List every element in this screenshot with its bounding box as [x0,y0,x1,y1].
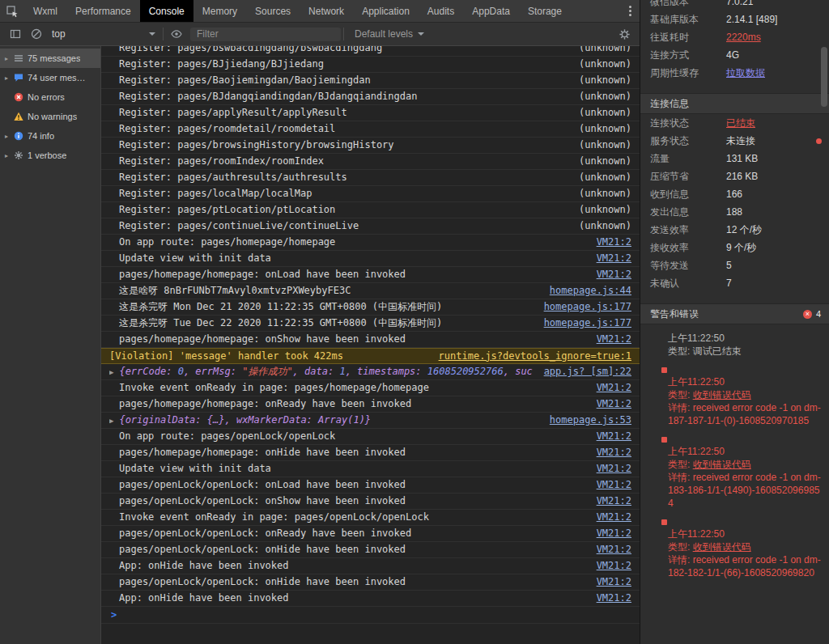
source-link[interactable]: VM21:2 [597,267,631,282]
source-link[interactable]: homepage.js:53 [550,413,631,428]
stat-label: 发送效率 [650,223,726,237]
tab-application[interactable]: Application [353,0,419,22]
context-label: top [52,28,66,40]
console-log-row: Update view with init dataVM21:2 [101,461,640,477]
tab-network[interactable]: Network [300,0,353,22]
live-expression-eye-icon[interactable] [166,24,187,44]
console-log-row: Register: pages/roomIndex/roomIndex(unkn… [101,154,640,170]
tab-memory[interactable]: Memory [193,0,246,22]
tab-wxml[interactable]: Wxml [24,0,66,22]
console-log-row: Register: pages/localMap/localMap(unknow… [101,186,640,202]
warnings-errors-header: 警告和错误 4 [640,303,829,324]
source-link[interactable]: homepage.js:177 [544,316,631,331]
source-link[interactable]: VM21:2 [597,429,631,444]
source-link[interactable]: homepage.js:44 [550,283,631,299]
sidebar-item-verbose[interactable]: ▸1 verbose [0,146,100,165]
stat-label: 微信版本 [650,0,726,9]
tab-appdata[interactable]: AppData [463,0,519,22]
devtools-window: WxmlPerformanceConsoleMemorySourcesNetwo… [0,0,829,644]
sidebar-item-messages[interactable]: ▸75 messages [0,49,100,68]
source-link[interactable]: homepage.js:177 [544,299,631,315]
tab-audits[interactable]: Audits [419,0,463,22]
source-link[interactable]: VM21:2 [597,461,631,477]
inspect-element-icon[interactable] [0,0,24,22]
source-link[interactable]: VM21:2 [597,526,631,541]
source-link[interactable]: VM21:2 [597,396,631,412]
source-link[interactable]: VM21:2 [597,494,631,509]
tab-storage[interactable]: Storage [519,0,571,22]
source-link[interactable]: VM21:2 [597,445,631,460]
error-entry: 上午11:22:50类型: 收到错误代码详情: received error c… [668,445,823,510]
stat-label: 服务状态 [650,134,726,148]
log-message: pages/homepage/homepage: onShow have bee… [119,332,585,347]
entry-type: 类型: 收到错误代码 [668,540,823,553]
log-levels-dropdown[interactable]: Default levels [355,28,424,40]
stat-label: 收到信息 [650,188,726,201]
log-message: Invoke event onReady in page: pages/home… [119,380,585,396]
console-log-row: On app route: pages/openLock/openLockVM2… [101,429,640,445]
clear-console-icon[interactable] [26,24,47,44]
console-log-row: pages/openLock/openLock: onHide have bee… [101,574,640,591]
disclosure-arrow-icon[interactable]: ▸ [3,152,10,159]
expand-arrow-icon[interactable]: ▶ [109,365,113,380]
tab-sources[interactable]: Sources [246,0,300,22]
tab-performance[interactable]: Performance [66,0,140,22]
log-message: Register: pages/Baojiemingdan/Baojieming… [119,73,568,88]
tab-console[interactable]: Console [140,0,193,22]
console-log-row: Invoke event onReady in page: pages/home… [101,380,640,396]
entry-detail: 详情: received error code -1 on dm-187-187… [668,401,823,427]
error-dot-icon [661,437,667,443]
sidebar-item-info[interactable]: ▸74 info [0,126,100,146]
execution-context-selector[interactable]: top [47,28,160,40]
filter-input[interactable] [190,28,341,41]
source-link[interactable]: runtime.js?devtools_ignore=true:1 [439,349,631,364]
console-input-row[interactable]: > [101,607,640,624]
source-link[interactable]: app.js? [sm]:22 [544,364,631,379]
stat-row: 压缩节省216 KB [640,167,829,185]
stat-value-link[interactable]: 拉取数据 [726,66,765,80]
sidebar-item-label: No errors [28,92,65,102]
stat-label: 流量 [650,152,726,166]
sidebar-item-user-messages[interactable]: ▸74 user mes… [0,68,100,87]
settings-gear-icon[interactable] [614,24,635,44]
source-link[interactable]: VM21:2 [597,251,631,266]
sidebar-item-label: No warnings [28,112,77,121]
source-link[interactable]: VM21:2 [597,542,631,557]
entry-detail: 详情: received error code -1 on dm-182-182… [668,553,823,579]
log-message: ▶{originalData: {…}, wxMarkerData: Array… [109,413,538,429]
console-sidebar-toggle-icon[interactable] [5,24,26,44]
source-link[interactable]: VM21:2 [597,558,631,574]
source-link[interactable]: VM21:2 [597,332,631,347]
console-log-row: pages/homepage/homepage: onLoad have bee… [101,267,640,283]
console-log-row: pages/homepage/homepage: onShow have bee… [101,332,640,348]
log-message: Update view with init data [119,461,585,477]
disclosure-arrow-icon[interactable]: ▸ [3,55,10,62]
console-log-row: pages/openLock/openLock: onReady have be… [101,526,640,542]
stat-row: 连接方式4G [640,46,829,64]
source-link[interactable]: VM21:2 [597,591,631,606]
expand-arrow-icon[interactable]: ▶ [109,413,113,429]
devtools-main-column: WxmlPerformanceConsoleMemorySourcesNetwo… [0,0,640,644]
console-log-row: pages/homepage/homepage: onReady have be… [101,396,640,413]
stat-value: 4G [726,49,739,61]
stat-value: 9 个/秒 [726,241,756,255]
sidebar-item-warnings[interactable]: No warnings [0,107,100,126]
stat-row: 基础库版本2.14.1 [489] [640,11,829,28]
log-message: On app route: pages/openLock/openLock [119,429,585,444]
console-log-row: Update view with init dataVM21:2 [101,251,640,267]
source-link[interactable]: VM21:2 [597,574,631,590]
error-badge: 4 [803,309,821,319]
source-link[interactable]: VM21:2 [597,380,631,396]
sidebar-item-errors[interactable]: No errors [0,87,100,107]
stat-label: 等待发送 [650,259,726,273]
console-log-row: Register: pages/roomdetail/roomdetail(un… [101,121,640,138]
error-dot-icon [661,519,667,525]
disclosure-arrow-icon[interactable]: ▸ [3,74,10,82]
source-link[interactable]: VM21:2 [597,235,631,250]
source-link[interactable]: VM21:2 [597,510,631,525]
disclosure-arrow-icon[interactable]: ▸ [3,133,10,140]
more-options-icon[interactable] [620,0,640,22]
scrollbar-thumb[interactable] [821,47,827,107]
source-link[interactable]: VM21:2 [597,477,631,493]
error-icon [14,92,23,102]
